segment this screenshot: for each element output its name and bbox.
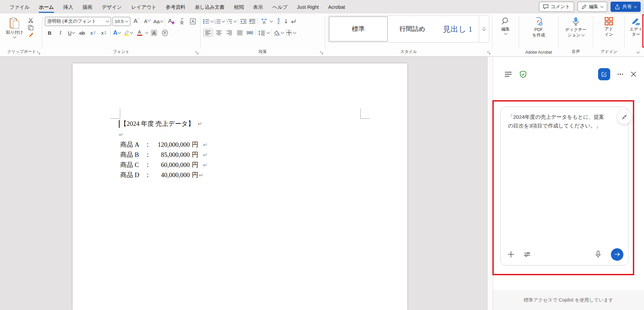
microphone-icon — [572, 17, 580, 26]
close-panel-icon[interactable] — [630, 71, 637, 77]
attach-plus-icon[interactable] — [507, 251, 515, 258]
return-mark: ↵ — [198, 121, 202, 127]
editor-button[interactable]: エディ ター — [627, 16, 644, 38]
editing-menu-button[interactable]: 編集 — [495, 16, 516, 36]
styles-dialog-launcher[interactable] — [487, 51, 491, 55]
tab-layout[interactable]: レイアウト — [127, 1, 161, 13]
tab-acrobat[interactable]: Acrobat — [324, 1, 350, 12]
collapse-composer-button[interactable] — [617, 110, 632, 124]
svg-text:3: 3 — [214, 22, 215, 24]
align-right-icon[interactable] — [225, 29, 234, 36]
more-options-icon[interactable] — [618, 74, 623, 75]
distribute-icon[interactable] — [246, 29, 254, 36]
tab-help[interactable]: ヘルプ — [268, 1, 292, 13]
paste-button[interactable]: 貼り付け — [4, 16, 25, 39]
character-border-button[interactable]: A — [188, 17, 198, 26]
align-left-icon[interactable] — [203, 29, 213, 37]
margin-mark-right — [360, 109, 361, 118]
justify-icon[interactable] — [235, 29, 244, 36]
tab-review[interactable]: 校閲 — [229, 1, 249, 13]
borders-icon[interactable] — [286, 30, 292, 36]
decrease-indent-icon[interactable] — [240, 19, 247, 24]
line-spacing-icon[interactable] — [258, 29, 266, 37]
tab-view[interactable]: 表示 — [249, 1, 268, 13]
grow-font-button[interactable]: Aˆ — [132, 17, 141, 26]
highlighter-icon — [124, 30, 130, 36]
font-dialog-launcher[interactable] — [195, 51, 199, 55]
group-editing: 編集 — [493, 15, 518, 56]
svg-text:i: i — [228, 22, 228, 24]
copy-icon[interactable] — [28, 25, 34, 30]
send-button[interactable] — [611, 248, 623, 261]
chat-menu-icon[interactable] — [505, 72, 512, 77]
paragraph-dialog-launcher[interactable] — [320, 51, 324, 55]
tab-draw[interactable]: 描画 — [78, 1, 97, 13]
dictation-button[interactable]: ディクテー ション — [563, 16, 589, 39]
increase-indent-icon[interactable] — [249, 19, 256, 24]
underline-button[interactable]: U — [67, 28, 76, 37]
superscript-button[interactable]: x2 — [99, 28, 108, 37]
dictate-mic-icon[interactable] — [595, 251, 601, 258]
tab-references[interactable]: 参考資料 — [161, 1, 190, 13]
format-painter-icon[interactable] — [28, 32, 34, 38]
return-mark: ↵ — [119, 132, 123, 138]
clear-formatting-button[interactable]: A — [166, 17, 176, 26]
addins-grid-icon — [604, 17, 613, 26]
subscript-button[interactable]: x2 — [88, 28, 98, 37]
tab-home[interactable]: ホーム — [34, 1, 58, 13]
strikethrough-button[interactable]: ab — [77, 28, 87, 37]
font-color-button[interactable]: A — [135, 28, 144, 37]
document-scrollbar-gutter[interactable] — [487, 57, 493, 310]
margin-mark-left-h — [110, 118, 120, 119]
doc-row-product-d: 商品 D： 40,000,000円 ↵ — [120, 171, 203, 179]
paste-dropdown[interactable] — [13, 35, 16, 38]
text-direction-button[interactable]: A — [259, 17, 269, 26]
tab-design[interactable]: デザイン — [97, 1, 127, 13]
options-sliders-icon[interactable] — [523, 251, 531, 258]
style-normal[interactable]: 標準 — [329, 17, 388, 41]
multilevel-list-icon[interactable]: 1ai — [226, 19, 233, 24]
cut-icon[interactable] — [28, 18, 34, 23]
text-effects-button[interactable]: A — [112, 28, 122, 37]
font-size-select[interactable]: 10.5 — [112, 17, 130, 26]
style-heading1[interactable]: 見出し 1 — [436, 16, 479, 42]
character-shading-button[interactable]: A — [149, 28, 159, 37]
sort-button[interactable]: A Z — [274, 17, 283, 26]
formatting-marks-icon[interactable] — [290, 19, 297, 24]
document-canvas: 【2024 年度 売上データ】 ↵ ↵ 商品 A： 120,000,000円 ↵… — [0, 57, 487, 310]
tab-file[interactable]: ファイル — [5, 1, 34, 13]
title-menu-bar: ファイル ホーム 挿入 描画 デザイン レイアウト 参考資料 差し込み文書 校閲… — [0, 0, 644, 13]
protected-shield-icon[interactable] — [519, 71, 527, 78]
doc-row-product-a: 商品 A： 120,000,000円 ↵ — [120, 140, 207, 149]
tab-justright[interactable]: Just Right — [292, 1, 323, 12]
italic-button[interactable]: I — [56, 28, 65, 37]
create-pdf-button[interactable]: PDF を作成 — [530, 16, 547, 39]
new-chat-button[interactable] — [598, 68, 610, 80]
addins-button[interactable]: アド イン — [602, 16, 615, 38]
align-center-icon[interactable] — [214, 29, 224, 36]
clipboard-dialog-launcher[interactable] — [37, 51, 41, 55]
document-page[interactable]: 【2024 年度 売上データ】 ↵ ↵ 商品 A： 120,000,000円 ↵… — [73, 63, 407, 310]
share-button[interactable]: 共有 — [611, 2, 641, 12]
enclose-characters-button[interactable]: 字 — [160, 28, 170, 37]
style-no-spacing[interactable]: 行間詰め — [388, 16, 436, 42]
styles-gallery-more[interactable] — [479, 16, 489, 42]
tab-insert[interactable]: 挿入 — [59, 1, 78, 13]
shading-icon[interactable] — [273, 30, 280, 36]
font-name-select[interactable]: 游明朝 (本文のフォント — [45, 17, 111, 26]
shrink-font-button[interactable]: A — [143, 17, 152, 26]
prompt-text[interactable]: 「2024年度の売上データをもとに、提案 の目次を3項目で作成してください。」 — [500, 107, 628, 130]
copilot-access-note: 標準アクセスで Copilot を使用しています — [493, 290, 644, 310]
editing-mode-button[interactable]: 編集 — [577, 2, 607, 12]
phonetic-guide-button[interactable]: ア 亜 — [177, 17, 187, 26]
tab-mailings[interactable]: 差し込み文書 — [190, 1, 229, 13]
change-case-button[interactable]: Aa — [153, 17, 163, 26]
numbered-list-icon[interactable]: 123 — [214, 19, 221, 24]
copilot-prompt-composer[interactable]: 「2024年度の売上データをもとに、提案 の目次を3項目で作成してください。」 — [500, 107, 628, 265]
group-font: 游明朝 (本文のフォント 10.5 Aˆ A Aa A ア 亜 A B I U … — [43, 15, 200, 56]
highlight-color-button[interactable] — [123, 28, 133, 37]
bullet-list-icon[interactable] — [203, 19, 209, 24]
bold-button[interactable]: B — [45, 28, 54, 37]
composer-toolbar — [507, 248, 623, 260]
comments-button[interactable]: コメント — [539, 2, 574, 12]
